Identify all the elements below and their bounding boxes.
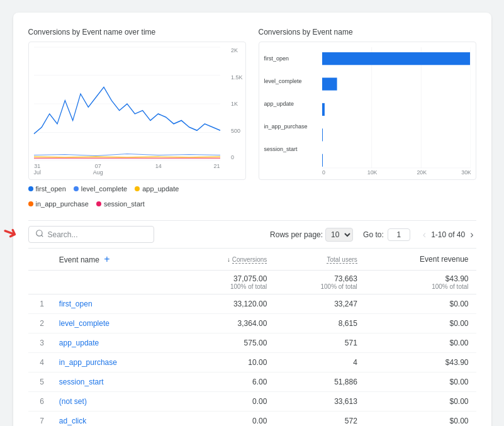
prev-page-button[interactable]: ‹	[420, 228, 428, 242]
legend-session-start: session_start	[96, 200, 145, 208]
y-axis-labels: 2K 1.5K 1K 500 0	[231, 47, 243, 160]
th-conversions: ↓ Conversions	[179, 249, 274, 271]
table-row: 4 in_app_purchase 10.00 4 $43.90	[28, 353, 476, 373]
total-revenue: $43.90 100% of total	[365, 271, 476, 294]
add-column-button[interactable]: +	[104, 254, 109, 264]
th-event-revenue: Event revenue	[365, 249, 476, 271]
table-row: 3 app_update 575.00 571 $0.00	[28, 334, 476, 353]
event-link-in-app-purchase[interactable]: in_app_purchase	[59, 358, 117, 367]
legend-in-app-purchase: in_app_purchase	[28, 200, 89, 208]
next-page-button[interactable]: ›	[468, 228, 476, 242]
th-number	[28, 249, 52, 271]
goto-input[interactable]	[388, 228, 410, 241]
svg-line-19	[41, 235, 43, 237]
line-chart-svg	[34, 47, 220, 160]
svg-rect-13	[322, 154, 323, 167]
chart-legend: first_open level_complete app_update in_…	[28, 185, 246, 208]
bar-y-labels: first_open level_complete app_update in_…	[264, 47, 308, 160]
x-axis-labels: 31 Jul 07 Aug 14 21	[34, 163, 220, 176]
toolbar-right: Rows per page: 10 25 50 Go to: ‹ 1-10 of…	[270, 228, 476, 242]
table-header-row: Event name + ↓ Conversions Total users E…	[28, 249, 476, 271]
line-chart-title: Conversions by Event name over time	[28, 28, 246, 36]
line-chart-section: Conversions by Event name over time 2K 1…	[28, 28, 246, 208]
data-table: Event name + ↓ Conversions Total users E…	[28, 249, 476, 426]
svg-rect-10	[322, 77, 337, 90]
table-row: 5 session_start 6.00 51,886 $0.00	[28, 373, 476, 392]
bar-chart-title: Conversions by Event name	[259, 28, 476, 36]
search-box[interactable]	[28, 226, 154, 243]
th-total-users: Total users	[274, 249, 365, 271]
event-link-session-start[interactable]: session_start	[59, 378, 104, 386]
svg-text:20K: 20K	[417, 169, 427, 174]
event-link-ad-click[interactable]: ad_click	[59, 417, 86, 425]
pagination-info: 1-10 of 40	[431, 230, 465, 239]
sort-icon: ↓	[227, 256, 232, 263]
bar-chart-svg: 0 10K 20K 30K	[322, 47, 471, 174]
table-row: 1 first_open 33,120.00 33,247 $0.00	[28, 294, 476, 314]
legend-level-complete: level_complete	[74, 185, 127, 193]
legend-first-open: first_open	[28, 185, 66, 193]
total-conversions: 37,075.00 100% of total	[179, 271, 274, 294]
legend-dot-session-start	[96, 201, 101, 206]
line-chart-container: 2K 1.5K 1K 500 0	[28, 42, 246, 180]
search-icon	[35, 229, 44, 240]
svg-rect-12	[322, 128, 323, 141]
rows-select[interactable]: 10 25 50	[325, 228, 353, 242]
legend-dot-first-open	[28, 186, 33, 191]
rows-per-page: Rows per page: 10 25 50	[270, 228, 353, 242]
svg-text:30K: 30K	[461, 169, 471, 174]
goto-label: Go to:	[363, 230, 384, 239]
svg-text:0: 0	[322, 169, 325, 174]
bar-chart-container: first_open level_complete app_update in_…	[259, 42, 476, 180]
table-row: 7 ad_click 0.00 572 $0.00	[28, 412, 476, 427]
red-arrow-annotation: ➜	[0, 220, 20, 245]
toolbar: ➜ Rows per page: 10 25 50 Go to:	[28, 220, 476, 249]
legend-dot-level-complete	[74, 186, 79, 191]
charts-row: Conversions by Event name over time 2K 1…	[28, 28, 476, 208]
legend-app-update: app_update	[135, 185, 179, 193]
svg-text:10K: 10K	[367, 169, 377, 174]
total-users: 73,663 100% of total	[274, 271, 365, 294]
event-link-app-update[interactable]: app_update	[59, 339, 99, 347]
event-link-not-set[interactable]: (not set)	[59, 397, 87, 406]
rows-label: Rows per page:	[270, 230, 323, 239]
event-link-level-complete[interactable]: level_complete	[59, 319, 109, 328]
svg-rect-9	[322, 52, 470, 65]
event-link-first-open[interactable]: first_open	[59, 300, 92, 308]
legend-dot-in-app-purchase	[28, 201, 33, 206]
table-row: 2 level_complete 3,364.00 8,615 $0.00	[28, 314, 476, 334]
totals-row: 37,075.00 100% of total 73,663 100% of t…	[28, 271, 476, 294]
svg-rect-11	[322, 103, 325, 116]
search-input[interactable]	[48, 230, 147, 239]
th-event-name: Event name +	[52, 249, 179, 271]
svg-point-18	[36, 230, 42, 236]
legend-dot-app-update	[135, 186, 140, 191]
bar-chart-section: Conversions by Event name first_open lev…	[259, 28, 476, 208]
table-row: 6 (not set) 0.00 33,613 $0.00	[28, 392, 476, 412]
main-card: Conversions by Event name over time 2K 1…	[13, 13, 491, 426]
goto-box: Go to:	[363, 228, 410, 241]
